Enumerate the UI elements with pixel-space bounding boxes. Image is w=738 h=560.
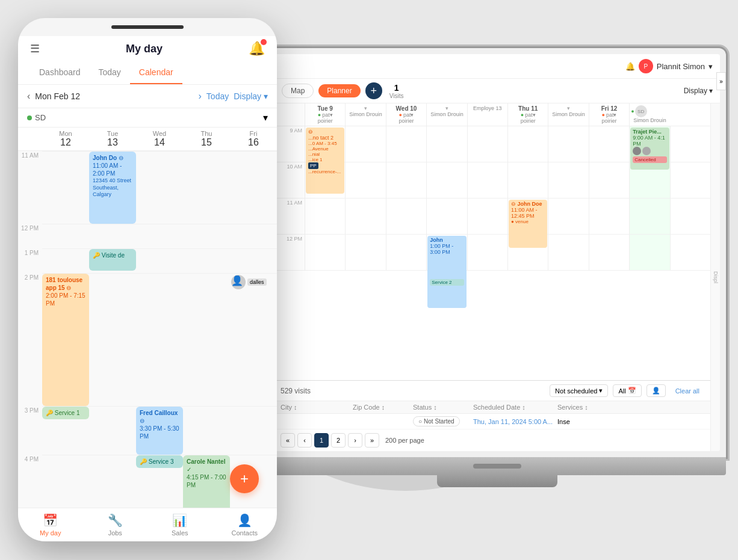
phone-notch-bar: [111, 25, 184, 29]
avatar-small: 👤: [231, 275, 246, 289]
avatar-trajet2: [642, 147, 651, 155]
not-scheduled-filter[interactable]: Not scheduled ▾: [550, 384, 608, 397]
lcal-cell-12pm-3: John 1:00 PM - 3:00 PM Service 2: [426, 235, 467, 271]
page-1-btn[interactable]: 1: [314, 433, 329, 448]
lcal-cell-11am-9: [670, 198, 710, 235]
user-avatar: P: [639, 59, 653, 73]
slot-4pm-mon: [42, 455, 89, 508]
nav-dashboard[interactable]: Dashboard: [30, 61, 90, 84]
service2-badge: Service 2: [430, 279, 464, 286]
lcal-cell-11am-7: [589, 198, 629, 235]
phone-bottom-nav: 📅 My day 🔧 Jobs 📊 Sales 👤 Contacts: [18, 508, 277, 541]
lcal-header-wed10-2: ▾ Simon Drouin: [426, 103, 467, 126]
timeslot-1pm: 1 PM 🔑 Visite de: [18, 248, 277, 273]
cal-header-thu: Thu 15: [183, 128, 230, 150]
phone-cal-scroll[interactable]: 11 AM John Do ⊖ 11:00 AM - 2:00 PM 12345…: [18, 151, 277, 508]
event-fred[interactable]: Fred Cailloux ⊖ 3:30 PM - 5:30 PM: [136, 407, 183, 455]
fab-add-button[interactable]: +: [230, 464, 259, 493]
chevron-down-icon-display: ▾: [709, 87, 713, 95]
laptop-stand: [437, 475, 557, 487]
app-toolbar: Map Planner + 1 Visits Display ▾: [274, 79, 720, 103]
slot-3pm-fri: [230, 407, 277, 455]
scheduled-label: Not scheduled: [555, 387, 597, 395]
lcal-cell-11am-4: [467, 198, 507, 235]
lcal-header-tue9-2: ▾ Simon Drouin: [345, 103, 385, 126]
cal-empty-corner: [274, 103, 305, 126]
visits-label: Visits: [389, 93, 404, 99]
nav-today[interactable]: Today: [90, 61, 130, 84]
page-2-btn[interactable]: 2: [331, 433, 346, 448]
event-trajet[interactable]: Trajet Pie... 9:00 AM - 4:1 PM Cancelled: [630, 128, 669, 170]
slot-4pm-thu: Carole Nantel ✓ 4:15 PM - 7:00 PM: [183, 455, 230, 508]
laptop-right-sidebar[interactable]: Displ: [710, 103, 720, 451]
event-john-laptop[interactable]: John 1:00 PM - 3:00 PM Service 2: [427, 236, 466, 308]
nav-calendar[interactable]: Calendar: [130, 61, 182, 84]
contacts-label: Contacts: [232, 529, 258, 537]
sales-label: Sales: [172, 529, 188, 537]
row-scheduled-date[interactable]: Thu, Jan 11, 2024 5:00 A...: [473, 418, 557, 425]
page-next-btn[interactable]: ›: [348, 433, 362, 448]
circle-icon: ○: [418, 418, 422, 425]
lcal-cell-12pm-1: [345, 235, 385, 271]
timeslot-2pm-content: 181 toulouse app 15 ⊖ 2:00 PM - 7:15 PM …: [42, 273, 277, 406]
all-filter[interactable]: All 📅: [613, 384, 641, 397]
timeslot-11am: 11 AM John Do ⊖ 11:00 AM - 2:00 PM 12345…: [18, 151, 277, 224]
display-dropdown[interactable]: Display ▾: [684, 87, 713, 95]
lcal-header-wed10-3: Employe 13: [467, 103, 507, 126]
cal-header-tue: Tue 13: [89, 128, 136, 150]
event-johndoe-laptop[interactable]: ⊖ John Doe 11:00 AM - 12:45 PM ● venue: [509, 200, 547, 248]
bottom-panel-toolbar: 529 visits Not scheduled ▾ All 📅: [274, 381, 710, 401]
hamburger-icon[interactable]: ☰: [30, 42, 40, 55]
display-button[interactable]: Display ▾: [234, 91, 268, 101]
event-toulouse[interactable]: 181 toulouse app 15 ⊖ 2:00 PM - 7:15 PM: [42, 274, 89, 406]
today-button[interactable]: Today: [206, 91, 229, 101]
slot-4pm-tue: [89, 455, 136, 508]
map-button[interactable]: Map: [282, 84, 314, 98]
event-service1[interactable]: 🔑 Service 1: [42, 407, 89, 419]
event-johndoe[interactable]: John Do ⊖ 11:00 AM - 2:00 PM 12345 40 St…: [89, 152, 136, 224]
bottom-nav-jobs[interactable]: 🔧 Jobs: [83, 513, 148, 537]
phone-title: My day: [126, 43, 163, 55]
sd-bar: SD ▾: [18, 108, 277, 128]
sidebar-collapse-btn[interactable]: »: [716, 72, 720, 90]
avatar-trajet: [633, 147, 641, 155]
person-filter[interactable]: 👤: [647, 384, 666, 397]
event-visite[interactable]: 🔑 Visite de: [89, 249, 136, 271]
page-last-btn[interactable]: »: [365, 433, 379, 448]
slot-12pm-wed: [136, 224, 183, 248]
lcal-header-fri12: Fri 12 ● pat▾ poirier: [589, 103, 629, 126]
prev-arrow[interactable]: ‹: [27, 91, 30, 102]
event-carole[interactable]: Carole Nantel ✓ 4:15 PM - 7:00 PM: [183, 455, 230, 508]
slot-11am-fri: [230, 152, 277, 224]
bottom-nav-myday[interactable]: 📅 My day: [18, 513, 83, 537]
phone-notch: [18, 18, 277, 36]
phone-nav: Dashboard Today Calendar: [18, 61, 277, 85]
page-prev-btn[interactable]: ‹: [297, 433, 312, 448]
event-service3[interactable]: 🔑 Service 3: [136, 455, 183, 468]
clear-all-button[interactable]: Clear all: [671, 386, 704, 396]
event-tact2[interactable]: ⊖ ...no tact 2 ...0 AM - 3:45 ...Avenue …: [306, 128, 344, 194]
laptop-cal-body[interactable]: 9 AM ⊖ ...no tact 2 ...0 AM - 3:45 ...Av…: [274, 126, 710, 380]
cal-time-grid: 9 AM ⊖ ...no tact 2 ...0 AM - 3:45 ...Av…: [274, 126, 710, 271]
lcal-cell-10am-5: [507, 162, 548, 198]
bottom-nav-contacts[interactable]: 👤 Contacts: [212, 513, 278, 537]
sd-collapse[interactable]: ▾: [263, 112, 268, 123]
lcal-header-fri12-2: ● SD Simon Drouin: [629, 103, 669, 126]
slot-2pm-mon: 181 toulouse app 15 ⊖ 2:00 PM - 7:15 PM: [42, 274, 89, 406]
slot-12pm-fri: [230, 224, 277, 248]
contacts-icon: 👤: [237, 513, 252, 528]
time-12pm: 12 PM: [18, 224, 42, 248]
lcal-cell-9am-9: [670, 126, 710, 162]
planner-button[interactable]: Planner: [318, 84, 360, 97]
lcal-cell-11am-0: [305, 198, 345, 235]
slot-2pm-wed: [136, 274, 183, 406]
next-arrow[interactable]: ›: [199, 91, 202, 102]
lcal-header-wed10: Wed 10 ● pat▾ poirier: [386, 103, 426, 126]
page-first-btn[interactable]: «: [281, 433, 295, 448]
bottom-nav-sales[interactable]: 📊 Sales: [147, 513, 212, 537]
phone-device: ☰ My day 🔔 Dashboard Today Calendar ‹ Mo…: [18, 18, 277, 541]
table-row: ○ Not Started Thu, Jan 11, 2024 5:00 A..…: [274, 414, 710, 429]
add-button[interactable]: +: [365, 82, 382, 99]
notification-bell[interactable]: 🔔: [249, 41, 265, 57]
lcal-cell-9am-3: [426, 126, 467, 162]
